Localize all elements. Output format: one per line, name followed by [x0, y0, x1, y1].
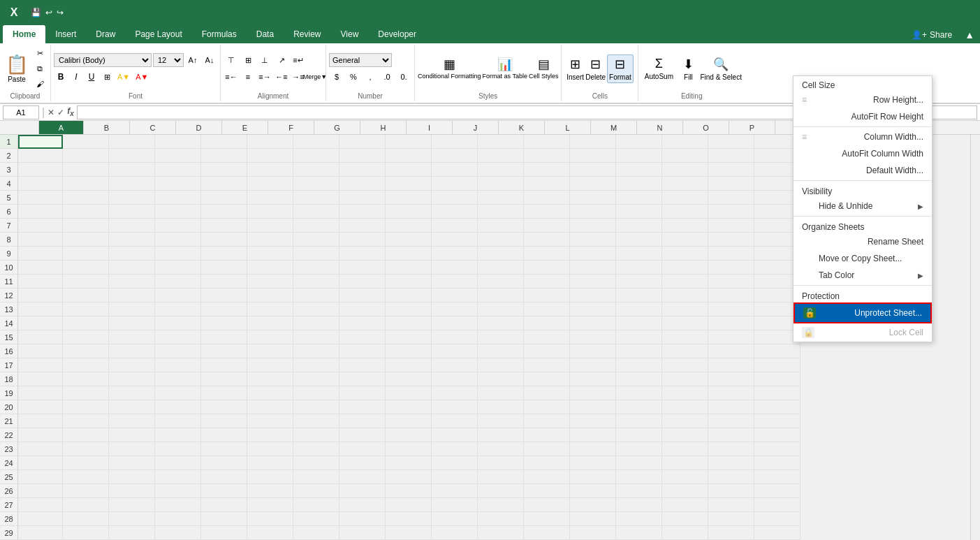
cell-I17[interactable] — [386, 358, 432, 372]
cell-O21[interactable] — [662, 414, 708, 428]
cell-J14[interactable] — [432, 316, 478, 330]
cell-Q16[interactable] — [754, 344, 800, 358]
cell-H17[interactable] — [339, 358, 386, 372]
cell-L18[interactable] — [524, 372, 570, 386]
cell-P5[interactable] — [708, 191, 754, 205]
cell-F26[interactable] — [247, 484, 293, 498]
cell-P11[interactable] — [708, 275, 754, 289]
cell-J4[interactable] — [432, 177, 478, 191]
cell-N3[interactable] — [616, 163, 662, 177]
tab-formulas[interactable]: Formulas — [192, 25, 247, 43]
cell-G22[interactable] — [293, 428, 339, 442]
cell-E23[interactable] — [201, 442, 247, 456]
rename-sheet-item[interactable]: Rename Sheet — [793, 233, 932, 250]
cell-H16[interactable] — [339, 344, 386, 358]
cell-G27[interactable] — [293, 498, 339, 512]
cell-H10[interactable] — [339, 261, 386, 275]
cell-L12[interactable] — [524, 289, 570, 302]
cell-F29[interactable] — [247, 526, 293, 540]
cell-D1[interactable] — [155, 135, 201, 149]
cell-I14[interactable] — [386, 316, 432, 330]
font-name-select[interactable]: Calibri (Body) — [54, 53, 152, 67]
cell-N19[interactable] — [616, 386, 662, 400]
cell-D22[interactable] — [155, 428, 201, 442]
cell-J20[interactable] — [432, 400, 478, 414]
cell-O11[interactable] — [662, 275, 708, 289]
cell-N1[interactable] — [616, 135, 662, 149]
cell-N25[interactable] — [616, 470, 662, 484]
cell-M5[interactable] — [570, 191, 616, 205]
cell-H14[interactable] — [339, 316, 386, 330]
cell-E6[interactable] — [201, 205, 247, 219]
cell-C10[interactable] — [109, 261, 155, 275]
cell-C14[interactable] — [109, 316, 155, 330]
cell-O27[interactable] — [662, 498, 708, 512]
cell-B24[interactable] — [63, 456, 109, 470]
cell-B13[interactable] — [63, 302, 109, 316]
cell-A13[interactable] — [18, 302, 63, 316]
autofit-column-width-item[interactable]: AutoFit Column Width — [793, 145, 932, 162]
cell-L1[interactable] — [524, 135, 570, 149]
cell-E1[interactable] — [201, 135, 247, 149]
cell-F18[interactable] — [247, 372, 293, 386]
cell-G12[interactable] — [293, 289, 339, 302]
cell-L21[interactable] — [524, 414, 570, 428]
cell-L10[interactable] — [524, 261, 570, 275]
cell-J3[interactable] — [432, 163, 478, 177]
cell-A25[interactable] — [18, 470, 63, 484]
cell-H29[interactable] — [339, 526, 386, 540]
cell-A9[interactable] — [18, 247, 63, 261]
cell-F5[interactable] — [247, 191, 293, 205]
cell-D23[interactable] — [155, 442, 201, 456]
cell-C1[interactable] — [109, 135, 155, 149]
cell-H27[interactable] — [339, 498, 386, 512]
cell-G21[interactable] — [293, 414, 339, 428]
cell-E8[interactable] — [201, 233, 247, 247]
cell-G19[interactable] — [293, 386, 339, 400]
autofit-row-height-item[interactable]: AutoFit Row Height — [793, 108, 932, 125]
cell-H21[interactable] — [339, 414, 386, 428]
tab-developer[interactable]: Developer — [368, 25, 426, 43]
cell-J27[interactable] — [432, 498, 478, 512]
cell-M6[interactable] — [570, 205, 616, 219]
cell-B27[interactable] — [63, 498, 109, 512]
cell-C12[interactable] — [109, 289, 155, 302]
cell-K10[interactable] — [478, 261, 524, 275]
cell-C9[interactable] — [109, 247, 155, 261]
cell-F11[interactable] — [247, 275, 293, 289]
cell-J2[interactable] — [432, 149, 478, 163]
cell-N29[interactable] — [616, 526, 662, 540]
cell-H3[interactable] — [339, 163, 386, 177]
cell-O23[interactable] — [662, 442, 708, 456]
cell-O12[interactable] — [662, 289, 708, 302]
cell-F22[interactable] — [247, 428, 293, 442]
cell-P25[interactable] — [708, 470, 754, 484]
cell-Q29[interactable] — [754, 526, 800, 540]
cell-F27[interactable] — [247, 498, 293, 512]
corner-cell[interactable] — [0, 121, 39, 134]
middle-align-button[interactable]: ⊞ — [240, 53, 256, 67]
cell-L15[interactable] — [524, 330, 570, 344]
cell-F13[interactable] — [247, 302, 293, 316]
cell-N14[interactable] — [616, 316, 662, 330]
cell-I8[interactable] — [386, 233, 432, 247]
cell-A4[interactable] — [18, 177, 63, 191]
cell-M9[interactable] — [570, 247, 616, 261]
cell-A14[interactable] — [18, 316, 63, 330]
cell-H4[interactable] — [339, 177, 386, 191]
cell-I26[interactable] — [386, 484, 432, 498]
cell-A20[interactable] — [18, 400, 63, 414]
cell-H13[interactable] — [339, 302, 386, 316]
cell-P7[interactable] — [708, 219, 754, 233]
cell-D27[interactable] — [155, 498, 201, 512]
insert-button[interactable]: ⊞ Insert — [566, 57, 584, 81]
left-align-button[interactable]: ≡← — [224, 70, 239, 84]
cell-E26[interactable] — [201, 484, 247, 498]
cell-I22[interactable] — [386, 428, 432, 442]
cell-O10[interactable] — [662, 261, 708, 275]
cell-H8[interactable] — [339, 233, 386, 247]
tab-review[interactable]: Review — [284, 25, 330, 43]
cell-E21[interactable] — [201, 414, 247, 428]
cell-D11[interactable] — [155, 275, 201, 289]
cell-N10[interactable] — [616, 261, 662, 275]
